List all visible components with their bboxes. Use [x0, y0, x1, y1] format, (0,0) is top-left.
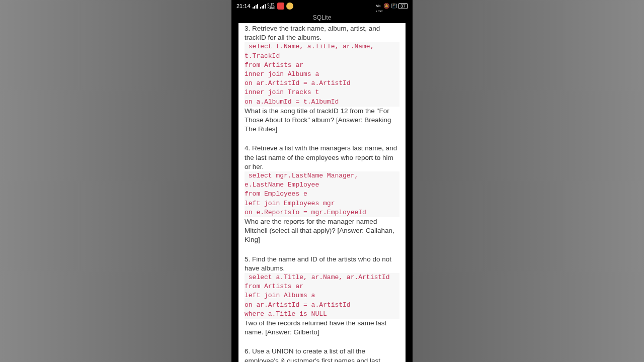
- vibrate-icon: 📳: [391, 3, 397, 9]
- volte-icon: VoLTE: [376, 3, 382, 9]
- prompt-text: 4. Retrieve a list with the managers las…: [245, 144, 399, 171]
- signal-icon-2: [260, 4, 266, 9]
- prompt-text: 5. Find the name and ID of the artists w…: [245, 255, 399, 273]
- status-bar: 21:14 0.15 KB/S VoLTE 🔕 📳 37: [231, 0, 413, 12]
- status-left: 21:14 0.15 KB/S: [236, 3, 293, 10]
- app-title-bar: SQLite: [231, 12, 413, 23]
- item-6: 6. Use a UNION to create a list of all t…: [245, 347, 399, 362]
- item-5: 5. Find the name and ID of the artists w…: [245, 255, 399, 337]
- followup-text: What is the song title of trackID 12 fro…: [245, 107, 399, 134]
- code-block: select t.Name, a.Title, ar.Name, t.Track…: [245, 42, 399, 106]
- battery-indicator: 37: [398, 3, 408, 9]
- status-right: VoLTE 🔕 📳 37: [376, 3, 408, 9]
- followup-text: Two of the records returned have the sam…: [245, 319, 399, 337]
- prompt-text: 6. Use a UNION to create a list of all t…: [245, 347, 399, 362]
- yellow-circle-icon: [286, 3, 293, 10]
- status-time: 21:14: [236, 3, 251, 9]
- code-block: select mgr.LastName Manager, e.LastName …: [245, 171, 399, 217]
- app-title: SQLite: [313, 14, 332, 21]
- mute-icon: 🔕: [383, 3, 389, 9]
- followup-text: Who are the reports for the manager name…: [245, 217, 399, 245]
- code-block: select a.Title, ar.Name, ar.ArtistId fro…: [245, 273, 399, 319]
- red-badge-icon: [277, 3, 284, 10]
- signal-icon-1: [253, 4, 258, 9]
- document-content[interactable]: 3. Retrieve the track name, album, artis…: [238, 23, 406, 362]
- item-4: 4. Retrieve a list with the managers las…: [245, 144, 399, 244]
- item-3: 3. Retrieve the track name, album, artis…: [245, 24, 399, 134]
- prompt-text: 3. Retrieve the track name, album, artis…: [245, 24, 399, 42]
- kbs-label: 0.15 KB/S: [268, 3, 276, 10]
- phone-frame: 21:14 0.15 KB/S VoLTE 🔕 📳 37 SQLite 3. R…: [231, 0, 413, 362]
